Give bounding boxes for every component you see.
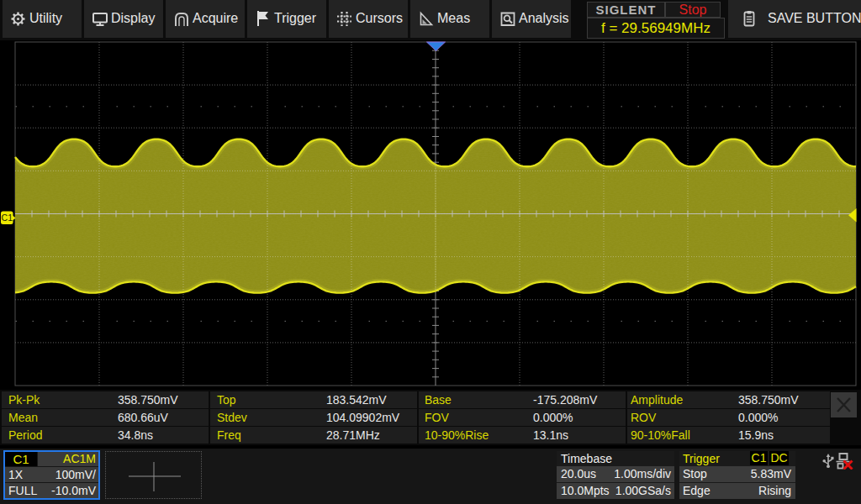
- svg-text:C1: C1: [2, 213, 13, 223]
